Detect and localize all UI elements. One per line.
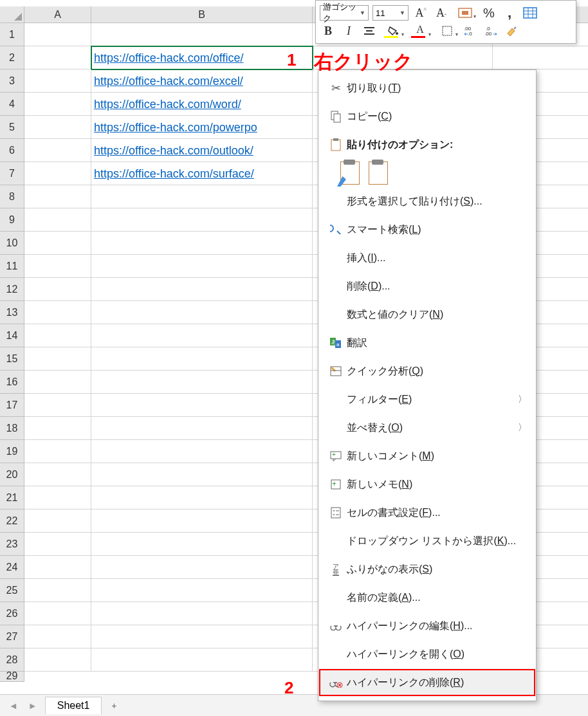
row-header[interactable]: 2 [0,46,24,69]
cell-A23[interactable] [24,533,91,556]
cell-B8[interactable] [91,185,313,208]
cell-A20[interactable] [24,463,91,486]
cell-B20[interactable] [91,463,313,486]
cell-B6[interactable]: https://office-hack.com/outlook/ [91,139,313,162]
cell-A9[interactable] [24,208,91,232]
row-header[interactable]: 26 [0,602,24,625]
row-header[interactable]: 25 [0,579,24,602]
menu-paste-special[interactable]: 形式を選択して貼り付け(S)... [318,187,536,216]
borders-icon[interactable]: ▾ [436,23,459,39]
cell-B9[interactable] [91,208,313,232]
row-header[interactable]: 14 [0,324,24,347]
cell-B3[interactable]: https://office-hack.com/excel/ [91,69,313,93]
cell-B1[interactable] [91,23,313,46]
sheet-nav-prev[interactable]: ◄ [6,701,21,711]
sheet-tab-active[interactable]: Sheet1 [45,697,102,714]
cell-B26[interactable] [91,602,313,625]
row-header[interactable]: 23 [0,533,24,556]
cell-A18[interactable] [24,417,91,440]
cell-B19[interactable] [91,440,313,463]
cell-A4[interactable] [24,93,91,116]
menu-open-hyperlink[interactable]: ハイパーリンクを開く(O) [318,640,536,668]
cell-B14[interactable] [91,324,313,347]
row-header[interactable]: 7 [0,162,24,185]
cell-A11[interactable] [24,255,91,278]
italic-icon[interactable]: I [340,23,357,39]
menu-define-name[interactable]: 名前の定義(A)... [318,583,536,612]
menu-sort[interactable]: 並べ替え(O) 〉 [318,414,536,442]
font-size-select[interactable]: 11 ▼ [372,5,409,21]
paste-option-default[interactable] [340,161,360,185]
cell-A22[interactable] [24,509,91,533]
menu-quick-analysis[interactable]: クイック分析(Q) [318,357,536,385]
select-all-corner[interactable] [0,6,24,23]
cell-B11[interactable] [91,255,313,278]
cell-B18[interactable] [91,417,313,440]
cell-B4[interactable]: https://office-hack.com/word/ [91,93,313,116]
sheet-nav-next[interactable]: ► [26,701,40,711]
row-header[interactable]: 12 [0,278,24,301]
cell-B17[interactable] [91,394,313,417]
cell-A1[interactable] [24,23,91,46]
format-painter-icon[interactable] [504,23,520,39]
cell-A28[interactable] [24,648,91,672]
cell-B12[interactable] [91,278,313,301]
cell-B28[interactable] [91,648,313,672]
cell-B22[interactable] [91,509,313,533]
menu-translate[interactable]: あa 翻訳 [318,329,536,357]
row-header[interactable]: 5 [0,116,24,139]
row-header[interactable]: 16 [0,371,24,394]
font-color-icon[interactable]: A ▾ [409,23,432,39]
fill-color-icon[interactable]: ▾ [381,23,405,39]
cell-A24[interactable] [24,556,91,579]
cell-D2[interactable] [493,46,588,69]
cell-B27[interactable] [91,625,313,648]
row-header[interactable]: 21 [0,486,24,509]
cell-A10[interactable] [24,232,91,255]
decrease-font-icon[interactable]: Aˇ [433,5,450,21]
paste-option-values[interactable] [369,161,388,185]
align-center-icon[interactable] [361,23,378,39]
row-header[interactable]: 9 [0,208,24,232]
percent-icon[interactable]: % [481,5,497,21]
row-header[interactable]: 20 [0,463,24,486]
menu-smart-lookup[interactable]: スマート検索(L) [318,216,536,244]
menu-delete[interactable]: 削除(D)... [318,272,536,300]
bold-icon[interactable]: B [320,23,336,39]
menu-copy[interactable]: コピー(C) [318,102,536,131]
menu-filter[interactable]: フィルター(E) 〉 [318,385,536,414]
menu-furigana[interactable]: ア亜 ふりがなの表示(S) [318,555,536,583]
row-header[interactable]: 22 [0,509,24,533]
cell-B23[interactable] [91,533,313,556]
cell-B15[interactable] [91,347,313,371]
add-sheet-button[interactable]: + [107,699,121,713]
menu-clear[interactable]: 数式と値のクリア(N) [318,300,536,329]
cell-B24[interactable] [91,556,313,579]
cell-B5[interactable]: https://office-hack.com/powerpo [91,116,313,139]
row-header[interactable]: 24 [0,556,24,579]
row-header[interactable]: 19 [0,440,24,463]
row-header[interactable]: 3 [0,69,24,93]
font-name-select[interactable]: 游ゴシック ▼ [320,5,369,21]
cell-A21[interactable] [24,486,91,509]
row-header[interactable]: 29 [0,672,24,682]
row-header[interactable]: 27 [0,625,24,648]
column-header[interactable]: B [91,6,313,23]
cell-A8[interactable] [24,185,91,208]
cell-A19[interactable] [24,440,91,463]
row-header[interactable]: 10 [0,232,24,255]
cell-A25[interactable] [24,579,91,602]
cell-A16[interactable] [24,371,91,394]
row-header[interactable]: 13 [0,301,24,324]
increase-decimal-icon[interactable]: .00.0 [463,23,479,39]
cell-A13[interactable] [24,301,91,324]
cell-A5[interactable] [24,116,91,139]
decrease-decimal-icon[interactable]: .0.00 [483,23,500,39]
row-header[interactable]: 28 [0,648,24,672]
menu-insert[interactable]: 挿入(I)... [318,244,536,272]
cell-B21[interactable] [91,486,313,509]
cell-B16[interactable] [91,371,313,394]
menu-cut[interactable]: ✂ 切り取り(T) [318,74,536,102]
row-header[interactable]: 6 [0,139,24,162]
cell-B25[interactable] [91,579,313,602]
